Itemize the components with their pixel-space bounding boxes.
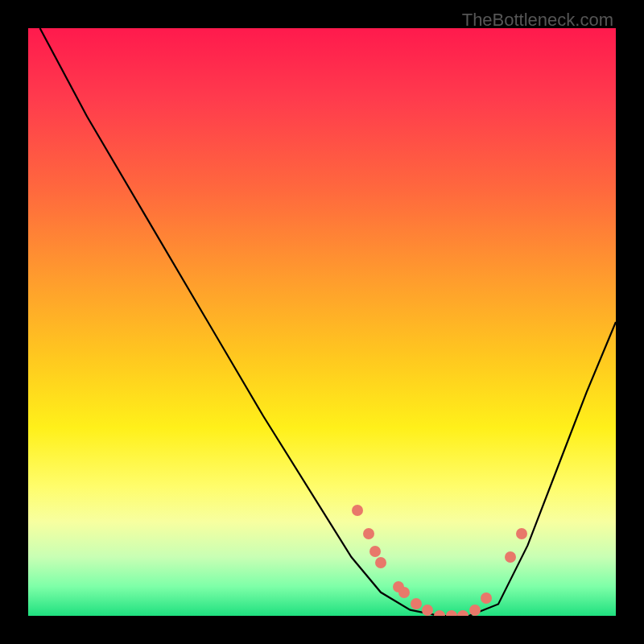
data-point <box>369 546 381 557</box>
data-point <box>469 605 481 616</box>
data-point <box>363 528 374 539</box>
data-point <box>457 610 469 616</box>
data-point <box>516 528 527 539</box>
data-point <box>505 551 516 563</box>
data-point <box>375 557 386 568</box>
data-point <box>411 598 422 609</box>
plot-area <box>28 28 616 616</box>
data-point <box>434 610 445 616</box>
data-point <box>422 605 433 616</box>
data-point <box>398 587 410 598</box>
chart-frame: TheBottleneck.com <box>0 0 644 644</box>
data-point <box>352 505 363 516</box>
bottleneck-curve <box>28 28 616 616</box>
data-point <box>481 592 492 604</box>
data-point <box>446 610 457 616</box>
